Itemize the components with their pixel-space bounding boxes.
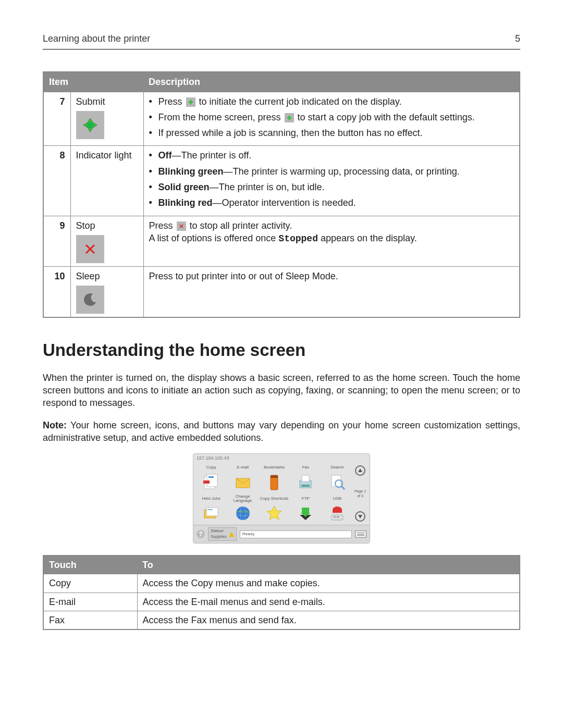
scroll-down-icon xyxy=(355,511,365,522)
svg-rect-37 xyxy=(334,516,336,517)
hs-label: Bookmarks xyxy=(264,463,285,472)
item-number: 8 xyxy=(43,146,70,216)
svg-marker-23 xyxy=(358,468,362,472)
svg-rect-18 xyxy=(302,475,309,482)
submit-icon xyxy=(76,111,104,139)
hs-ip-address: 157.184.100.43 xyxy=(193,454,370,462)
header-page: 5 xyxy=(515,32,520,45)
ftp-icon xyxy=(295,503,316,524)
table-row: Copy Access the Copy menus and make copi… xyxy=(43,574,520,593)
home-screen-graphic: 157.184.100.43 Copy E-mail Bookmarks Fax… xyxy=(193,453,370,544)
th-to: To xyxy=(137,556,520,574)
section-heading: Understanding the home screen xyxy=(43,339,520,362)
touch-item: Fax xyxy=(43,611,137,630)
table-row: 7 Submit Press xyxy=(43,92,520,146)
item-name: Stop xyxy=(76,220,95,231)
stop-icon-inline xyxy=(177,221,186,231)
change-language-icon xyxy=(232,503,253,524)
hs-label: E-mail xyxy=(237,463,249,472)
svg-rect-13 xyxy=(203,480,210,484)
touch-item: E-mail xyxy=(43,593,137,611)
svg-rect-38 xyxy=(337,516,339,517)
held-jobs-icon xyxy=(201,503,222,524)
table-row: 10 Sleep Press to put printer into or ou… xyxy=(43,266,520,317)
item-description: Press to stop all printer activity. A li… xyxy=(143,216,520,266)
svg-rect-16 xyxy=(271,475,278,478)
touch-desc: Access the Copy menus and make copies. xyxy=(137,574,520,593)
hs-label: USB xyxy=(333,495,341,503)
copy-shortcuts-icon xyxy=(264,503,285,524)
svg-rect-26 xyxy=(206,508,218,516)
th-touch: Touch xyxy=(43,556,137,574)
hs-label: Search xyxy=(331,463,344,472)
svg-marker-4 xyxy=(188,100,193,105)
header-section: Learning about the printer xyxy=(43,32,150,45)
svg-rect-32 xyxy=(302,508,309,513)
th-description: Description xyxy=(143,72,520,92)
item-name: Sleep xyxy=(76,271,100,281)
status-supplies-button: Status/ Supplies xyxy=(208,527,237,541)
search-icon xyxy=(327,472,348,492)
body-paragraph: When the printer is turned on, the displ… xyxy=(43,372,520,410)
svg-point-28 xyxy=(236,507,250,520)
item-name: Submit xyxy=(76,96,105,107)
submit-icon-inline xyxy=(186,97,195,107)
submit-icon-inline xyxy=(285,113,294,122)
fax-icon xyxy=(295,472,316,492)
stop-icon xyxy=(76,235,104,263)
svg-line-22 xyxy=(341,486,345,489)
email-icon xyxy=(232,472,253,492)
help-icon: ? xyxy=(197,530,205,538)
touch-item: Copy xyxy=(43,574,137,593)
table-row: Fax Access the Fax menus and send fax. xyxy=(43,611,520,630)
svg-rect-19 xyxy=(301,485,310,487)
hs-label: Copy xyxy=(206,463,216,472)
hs-page-indicator: Page 1 of 3 xyxy=(353,489,368,499)
svg-marker-5 xyxy=(286,115,291,120)
item-name: Indicator light xyxy=(70,146,143,216)
svg-marker-24 xyxy=(358,515,362,519)
usb-icon xyxy=(327,503,348,524)
th-item: Item xyxy=(43,72,143,92)
sleep-icon xyxy=(76,286,104,314)
item-description: Press to put printer into or out of Slee… xyxy=(143,266,520,317)
hs-label: FTP xyxy=(302,495,310,503)
bookmarks-icon xyxy=(264,472,285,492)
copy-icon xyxy=(201,472,222,492)
item-description: Press to initiate the current job indica… xyxy=(143,92,520,146)
item-description: Off—The printer is off. Blinking green—T… xyxy=(143,146,520,216)
warning-icon xyxy=(229,532,234,537)
svg-rect-12 xyxy=(209,476,214,478)
table-row: 9 Stop Press xyxy=(43,216,520,266)
item-name-cell: Submit xyxy=(70,92,143,146)
item-number: 10 xyxy=(43,266,70,317)
status-message: Ready. xyxy=(240,530,352,538)
running-header: Learning about the printer 5 xyxy=(43,32,520,50)
item-number: 7 xyxy=(43,92,70,146)
scroll-up-icon xyxy=(355,465,365,476)
svg-marker-31 xyxy=(267,506,282,520)
touch-table: Touch To Copy Access the Copy menus and … xyxy=(43,555,520,630)
hs-label: Change Language xyxy=(227,495,258,503)
body-paragraph: Note: Your home screen, icons, and butto… xyxy=(43,419,520,445)
table-row: 8 Indicator light Off—The printer is off… xyxy=(43,146,520,216)
item-name-cell: Sleep xyxy=(70,266,143,317)
menu-icon xyxy=(355,530,366,538)
item-number: 9 xyxy=(43,216,70,266)
touch-desc: Access the E-mail menus and send e-mails… xyxy=(137,593,520,611)
table-row: E-mail Access the E-mail menus and send … xyxy=(43,593,520,611)
hs-label: Held Jobs xyxy=(202,495,221,503)
touch-desc: Access the Fax menus and send fax. xyxy=(137,611,520,630)
svg-rect-35 xyxy=(333,510,342,513)
svg-rect-27 xyxy=(207,509,213,510)
hs-label: Fax xyxy=(302,463,309,472)
hs-label: Copy Shortcuts xyxy=(260,495,289,503)
item-name-cell: Stop xyxy=(70,216,143,266)
control-panel-table: Item Description 7 Submit xyxy=(43,71,520,318)
